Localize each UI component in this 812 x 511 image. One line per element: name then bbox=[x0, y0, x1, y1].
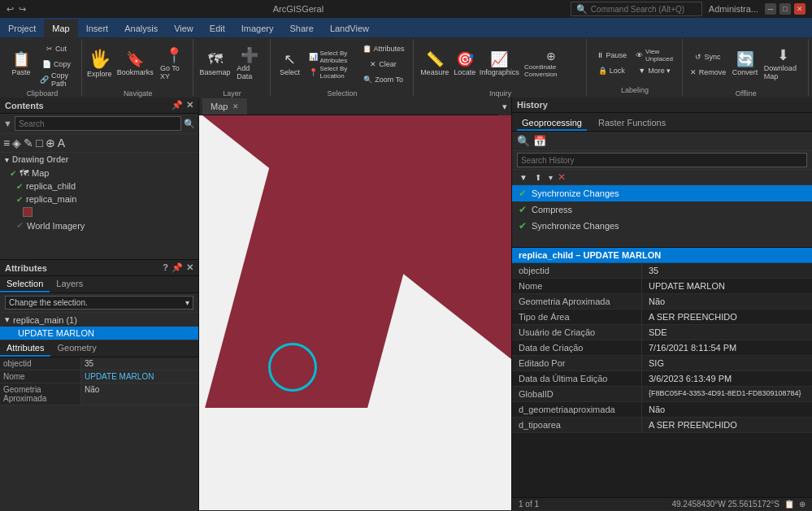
attr-bottom-tabs: Attributes Geometry bbox=[0, 340, 198, 357]
lock-button[interactable]: 🔒Lock bbox=[593, 63, 631, 78]
contents-search-input[interactable] bbox=[15, 116, 181, 131]
explore-button[interactable]: 🖐 Explore bbox=[85, 41, 114, 88]
map-tab[interactable]: Map ✕ bbox=[202, 98, 247, 115]
measure-button[interactable]: 📏 Measure bbox=[420, 41, 449, 88]
snapping-icon[interactable]: ⊕ bbox=[46, 136, 55, 149]
command-search-input[interactable] bbox=[591, 5, 697, 14]
tab-edit[interactable]: Edit bbox=[202, 19, 233, 37]
more-labeling-button[interactable]: ▼More ▾ bbox=[632, 63, 676, 78]
attr-tree-update-marlon[interactable]: UPDATE MARLON bbox=[0, 327, 198, 340]
tree-item-world-imagery[interactable]: ✔ World Imagery bbox=[0, 219, 198, 232]
tab-insert[interactable]: Insert bbox=[78, 19, 117, 37]
contents-close-icon[interactable]: ✕ bbox=[186, 100, 193, 110]
cut-button[interactable]: ✂Cut bbox=[37, 41, 76, 56]
labeling-icon[interactable]: A bbox=[58, 136, 65, 149]
close-button[interactable]: ✕ bbox=[794, 3, 805, 15]
filter-history-button[interactable]: ▼ bbox=[517, 172, 530, 183]
visibility-icon[interactable]: □ bbox=[36, 136, 42, 149]
tab-map[interactable]: Map bbox=[44, 19, 77, 37]
attr-close-icon[interactable]: ✕ bbox=[186, 262, 193, 273]
ribbon-group-inquiry: 📏 Measure 🎯 Locate 📈 Infographics ⊕ Coor… bbox=[415, 39, 587, 96]
tree-item-map[interactable]: ✔ 🗺 Map bbox=[0, 167, 198, 180]
infographics-button[interactable]: 📈 Infographics bbox=[480, 41, 519, 88]
minimize-button[interactable]: ─ bbox=[765, 3, 776, 15]
history-check-icon-2: ✔ bbox=[519, 220, 527, 232]
history-item-2[interactable]: ✔ Synchronize Changes bbox=[512, 218, 812, 234]
tab-attributes[interactable]: Attributes bbox=[0, 340, 50, 357]
contents-pin-icon[interactable]: 📌 bbox=[172, 100, 183, 110]
tab-landview[interactable]: LandView bbox=[322, 19, 377, 37]
go-to-xy-button[interactable]: 📍 Go To XY bbox=[157, 41, 191, 88]
maximize-button[interactable]: □ bbox=[779, 3, 791, 15]
select-by-attributes-button[interactable]: 📊Select By Attributes bbox=[306, 50, 357, 64]
abt-row-editado: Editado PorSIG bbox=[512, 356, 812, 371]
contents-title: Contents bbox=[5, 101, 44, 110]
tree-item-replica-main[interactable]: ✔ replica_main bbox=[0, 193, 198, 206]
tab-layers[interactable]: Layers bbox=[50, 276, 89, 292]
history-check-icon-0: ✔ bbox=[519, 188, 527, 199]
symbol-icon[interactable]: ◈ bbox=[12, 136, 21, 149]
pause-button[interactable]: ⏸Pause bbox=[593, 48, 631, 63]
change-selection-dropdown[interactable]: Change the selection. ▾ bbox=[5, 296, 193, 310]
sort-history-button[interactable]: ⬆ bbox=[532, 172, 544, 183]
coordinate-conversion-button[interactable]: ⊕ Coordinate Conversion bbox=[521, 41, 581, 88]
map-tab-label: Map bbox=[211, 102, 228, 111]
history-search-icon: 🔍 bbox=[517, 135, 530, 147]
bookmarks-button[interactable]: 🔖 Bookmarks bbox=[116, 41, 154, 88]
select-button[interactable]: ↖ Select bbox=[277, 41, 303, 88]
tab-geometry[interactable]: Geometry bbox=[50, 340, 102, 357]
tab-selection[interactable]: Selection bbox=[0, 276, 50, 292]
history-item-label-1: Compress bbox=[532, 205, 572, 214]
sort-history-button2[interactable]: ▾ bbox=[546, 172, 555, 183]
tab-geoprocessing[interactable]: Geoprocessing bbox=[517, 116, 587, 131]
tab-analysis[interactable]: Analysis bbox=[116, 19, 166, 37]
labeling-label: Labeling bbox=[621, 84, 649, 94]
list-icon[interactable]: ≡ bbox=[3, 136, 10, 149]
app-title: ArcGISGeral bbox=[26, 4, 571, 14]
redo-icon[interactable]: ↪ bbox=[19, 4, 26, 15]
map-tab-close[interactable]: ✕ bbox=[232, 102, 239, 110]
ribbon-group-layer: 🗺 Basemap ➕ Add Data Layer bbox=[195, 39, 271, 96]
history-item-label-2: Synchronize Changes bbox=[532, 221, 619, 231]
convert-button[interactable]: 🔄 Convert bbox=[732, 41, 758, 88]
tab-project[interactable]: Project bbox=[0, 19, 44, 37]
basemap-button[interactable]: 🗺 Basemap bbox=[199, 41, 231, 88]
remove-button[interactable]: ✕Remove bbox=[687, 65, 730, 80]
history-item-1[interactable]: ✔ Compress bbox=[512, 201, 812, 218]
view-unplaced-button[interactable]: 👁View Unplaced bbox=[632, 48, 676, 63]
abt-row-usuario: Usuário de CriaçãoSDE bbox=[512, 325, 812, 340]
source-icon[interactable]: ✎ bbox=[24, 136, 33, 149]
map-dropdown-icon[interactable]: ▾ bbox=[498, 97, 511, 115]
copy-path-button[interactable]: 🔗Copy Path bbox=[37, 72, 76, 87]
copy-button[interactable]: 📄Copy bbox=[37, 57, 76, 71]
history-item-0[interactable]: ✔ Synchronize Changes bbox=[512, 185, 812, 201]
history-icons: 🔍 📅 bbox=[512, 132, 812, 151]
tab-imagery[interactable]: Imagery bbox=[233, 19, 282, 37]
tab-view[interactable]: View bbox=[166, 19, 202, 37]
undo-icon[interactable]: ↩ bbox=[7, 4, 14, 15]
clear-button[interactable]: ✕Clear bbox=[359, 57, 408, 71]
attr-tree-replica-main[interactable]: ▾ replica_main (1) bbox=[0, 313, 198, 327]
download-map-button[interactable]: ⬇ Download Map bbox=[761, 41, 805, 88]
tree-item-replica-child[interactable]: ✔ replica_child bbox=[0, 180, 198, 193]
select-by-location-button[interactable]: 📍Select By Location bbox=[306, 65, 357, 80]
attr-help-icon[interactable]: ? bbox=[163, 262, 168, 273]
sync-button[interactable]: ↺Sync bbox=[687, 50, 730, 64]
attributes-button[interactable]: 📋Attributes bbox=[359, 41, 408, 56]
contents-header: Contents 📌 ✕ bbox=[0, 97, 198, 114]
attributes-title: Attributes bbox=[5, 263, 47, 273]
tab-raster-functions[interactable]: Raster Functions bbox=[593, 116, 671, 131]
search-button[interactable]: 🔍 bbox=[184, 119, 195, 129]
titlebar: ↩ ↪ ArcGISGeral 🔍 Administra... ─ □ ✕ bbox=[0, 0, 812, 18]
locate-button[interactable]: 🎯 Locate bbox=[452, 41, 478, 88]
tab-share[interactable]: Share bbox=[282, 19, 322, 37]
inquiry-label: Inquiry bbox=[489, 88, 511, 97]
history-search-input[interactable] bbox=[517, 153, 807, 167]
attr-pin-icon[interactable]: 📌 bbox=[172, 262, 183, 273]
clear-history-button[interactable]: ✕ bbox=[558, 171, 566, 183]
zoom-extent-icon[interactable]: ⊕ bbox=[799, 500, 805, 509]
paste-button[interactable]: 📋 Paste bbox=[8, 41, 34, 88]
zoom-to-button[interactable]: 🔍Zoom To bbox=[359, 72, 408, 87]
copy-coordinates-icon[interactable]: 📋 bbox=[784, 500, 794, 509]
add-data-button[interactable]: ➕ Add Data bbox=[233, 41, 265, 88]
